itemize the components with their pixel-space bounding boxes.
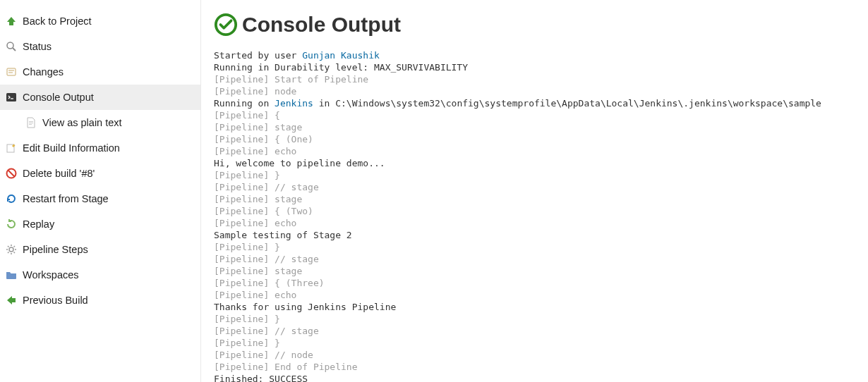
line-started: Started by user Gunjan Kaushik	[214, 50, 380, 61]
svg-line-20	[8, 252, 9, 254]
console-output: Started by user Gunjan Kaushik Running i…	[214, 49, 855, 382]
line-pl-start: [Pipeline] Start of Pipeline	[214, 74, 368, 85]
svg-rect-2	[7, 68, 16, 75]
nav-steps-label: Pipeline Steps	[23, 244, 88, 255]
line-pl-stage2: [Pipeline] stage	[214, 194, 302, 204]
line-pl-end-stage3: [Pipeline] // stage	[214, 326, 319, 336]
main-panel: Console Output Started by user Gunjan Ka…	[201, 0, 868, 382]
nav-previous-label: Previous Build	[23, 295, 88, 306]
search-icon	[6, 41, 17, 52]
page-title: Console Output	[242, 13, 401, 37]
left-green-icon	[6, 295, 17, 306]
line-pl-open-three: [Pipeline] { (Three)	[214, 278, 325, 288]
nav-changes-label: Changes	[23, 66, 64, 78]
nav-delete-label: Delete build '#8'	[23, 168, 95, 179]
line-durability: Running in Durability level: MAX_SURVIVA…	[214, 62, 468, 73]
nav-back[interactable]: Back to Project	[0, 8, 200, 34]
svg-line-18	[8, 246, 9, 247]
nav-console[interactable]: Console Output	[0, 85, 200, 110]
terminal-icon	[6, 92, 17, 103]
line-pl-stage: [Pipeline] stage	[214, 122, 302, 133]
line-running: Running on Jenkins in C:\Windows\system3…	[214, 98, 821, 109]
nav-steps[interactable]: Pipeline Steps	[0, 237, 200, 262]
nav-plain-label: View as plain text	[42, 117, 122, 128]
line-msg-one: Hi, welcome to pipeline demo...	[214, 158, 385, 168]
svg-rect-9	[29, 124, 32, 125]
svg-rect-8	[29, 123, 33, 123]
svg-line-12	[8, 171, 15, 177]
nav-plain[interactable]: View as plain text	[0, 110, 200, 135]
doc-icon	[25, 117, 37, 128]
svg-rect-7	[29, 121, 33, 122]
svg-point-0	[7, 42, 13, 49]
refresh-icon	[6, 193, 17, 204]
nav-edit-label: Edit Build Information	[23, 142, 120, 154]
nav-status-label: Status	[23, 41, 52, 52]
line-pl-echo3: [Pipeline] echo	[214, 290, 296, 300]
nav-back-label: Back to Project	[23, 16, 92, 27]
line-finished: Finished: SUCCESS	[214, 374, 308, 382]
svg-line-19	[14, 252, 16, 254]
nav-previous[interactable]: Previous Build	[0, 288, 200, 313]
line-pl-end-stage: [Pipeline] // stage	[214, 182, 319, 192]
line-msg-two: Sample testing of Stage 2	[214, 230, 352, 240]
line-pl-echo: [Pipeline] echo	[214, 146, 296, 156]
line-pl-end-node: [Pipeline] // node	[214, 350, 313, 360]
up-green-icon	[6, 16, 17, 27]
nav-restart-label: Restart from Stage	[23, 193, 109, 204]
line-pl-stage3: [Pipeline] stage	[214, 266, 302, 276]
jenkins-link[interactable]: Jenkins	[275, 98, 313, 109]
line-pl-node: [Pipeline] node	[214, 86, 296, 97]
line-pl-close4: [Pipeline] }	[214, 338, 280, 348]
success-icon	[214, 13, 238, 37]
svg-point-13	[9, 247, 13, 252]
line-msg-three: Thanks for using Jenkins Pipeline	[214, 302, 396, 312]
nav-edit[interactable]: Edit Build Information	[0, 135, 200, 161]
sidebar: Back to ProjectStatusChangesConsole Outp…	[0, 0, 201, 382]
gear-icon	[6, 244, 17, 255]
nav-replay-label: Replay	[23, 218, 54, 230]
nav-console-label: Console Output	[23, 92, 94, 103]
svg-line-21	[14, 246, 16, 247]
nav-changes[interactable]: Changes	[0, 59, 200, 85]
nav-status[interactable]: Status	[0, 34, 200, 59]
folder-icon	[6, 269, 17, 281]
user-link[interactable]: Gunjan Kaushik	[302, 50, 380, 61]
edit-icon	[6, 142, 17, 154]
line-pl-close: [Pipeline] }	[214, 170, 280, 180]
page-header: Console Output	[214, 13, 855, 37]
svg-rect-5	[6, 93, 16, 101]
redo-icon	[6, 218, 17, 230]
line-pl-end-stage2: [Pipeline] // stage	[214, 254, 319, 264]
nav-delete[interactable]: Delete build '#8'	[0, 161, 200, 186]
changes-icon	[6, 66, 17, 78]
line-pl-close2: [Pipeline] }	[214, 242, 280, 252]
line-pl-open-two: [Pipeline] { (Two)	[214, 206, 313, 216]
nav-replay[interactable]: Replay	[0, 211, 200, 237]
line-pl-close3: [Pipeline] }	[214, 314, 280, 324]
line-pl-end-pipeline: [Pipeline] End of Pipeline	[214, 362, 358, 372]
nav-workspaces-label: Workspaces	[23, 269, 79, 281]
line-pl-open: [Pipeline] {	[214, 110, 280, 121]
line-pl-open-one: [Pipeline] { (One)	[214, 134, 313, 144]
svg-line-1	[13, 48, 16, 51]
nodelete-icon	[6, 168, 17, 179]
line-pl-echo2: [Pipeline] echo	[214, 218, 296, 228]
nav-workspaces[interactable]: Workspaces	[0, 262, 200, 288]
nav-restart[interactable]: Restart from Stage	[0, 186, 200, 211]
